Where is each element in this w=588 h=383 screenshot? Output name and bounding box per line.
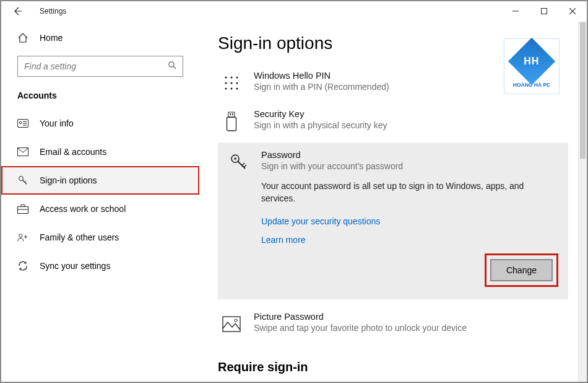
option-subtitle: Sign in with a physical security key	[254, 120, 387, 130]
svg-rect-29	[230, 113, 231, 115]
briefcase-icon	[17, 203, 28, 214]
svg-rect-28	[227, 117, 236, 131]
sidebar-section-label: Accounts	[1, 88, 199, 109]
sidebar-item-sign-in-options[interactable]: Sign-in options	[1, 166, 199, 195]
watermark-logo: HH HOÀNG HÀ PC	[504, 38, 560, 94]
svg-rect-9	[18, 148, 28, 156]
option-title: Picture Password	[254, 312, 467, 322]
svg-point-10	[19, 177, 24, 181]
svg-rect-30	[232, 113, 233, 115]
option-subtitle: Sign in with your account's password	[261, 161, 403, 171]
minimize-icon	[512, 8, 519, 14]
search-input[interactable]	[24, 61, 168, 71]
picture-icon	[220, 313, 243, 335]
close-window-button[interactable]	[558, 2, 587, 20]
svg-point-37	[235, 319, 237, 321]
people-plus-icon	[17, 232, 28, 243]
sidebar-item-access-work-school[interactable]: Access work or school	[1, 195, 199, 223]
option-password-expanded: Password Sign in with your account's pas…	[218, 143, 568, 299]
svg-point-2	[169, 62, 174, 67]
learn-more-link[interactable]: Learn more	[261, 235, 558, 245]
sidebar-item-label: Family & other users	[40, 232, 119, 242]
scrollbar[interactable]	[578, 21, 587, 382]
key-large-icon	[228, 151, 250, 174]
svg-point-22	[230, 82, 232, 84]
titlebar: Settings	[1, 1, 587, 21]
id-card-icon	[17, 118, 28, 129]
close-icon	[569, 8, 576, 14]
option-title: Windows Hello PIN	[254, 71, 389, 81]
option-title: Security Key	[254, 109, 387, 119]
logo-diamond-icon: HH	[508, 38, 555, 85]
svg-line-34	[242, 163, 244, 165]
option-security-key[interactable]: Security Key Sign in with a physical sec…	[218, 104, 568, 143]
change-button[interactable]: Change	[490, 259, 553, 281]
update-security-questions-link[interactable]: Update your security questions	[261, 216, 558, 226]
option-title: Password	[261, 150, 403, 160]
search-icon	[168, 61, 176, 72]
svg-point-20	[236, 76, 238, 78]
settings-window: Settings Home	[0, 0, 588, 383]
maximize-icon	[541, 8, 547, 14]
sidebar-item-sync-settings[interactable]: Sync your settings	[1, 252, 199, 280]
svg-point-15	[19, 234, 22, 237]
window-title: Settings	[40, 7, 66, 15]
sidebar-item-label: Email & accounts	[40, 147, 106, 157]
password-body-text: Your account password is all set up to s…	[228, 180, 558, 205]
svg-point-5	[19, 121, 22, 124]
svg-point-25	[230, 87, 232, 89]
sidebar: Home Accounts Your info	[1, 21, 199, 382]
option-subtitle: Swipe and tap your favorite photo to unl…	[254, 323, 467, 333]
sidebar-item-label: Sign-in options	[40, 175, 97, 185]
svg-point-24	[225, 87, 227, 89]
svg-line-3	[173, 66, 176, 69]
home-label: Home	[40, 33, 63, 43]
usb-key-icon	[220, 110, 243, 133]
envelope-icon	[17, 146, 28, 157]
search-box[interactable]	[17, 56, 183, 77]
svg-rect-36	[223, 317, 240, 332]
home-nav[interactable]: Home	[1, 26, 199, 50]
sidebar-item-your-info[interactable]: Your info	[1, 109, 199, 138]
minimize-button[interactable]	[501, 2, 530, 20]
svg-rect-13	[18, 207, 28, 214]
svg-point-19	[230, 76, 232, 78]
sidebar-item-label: Access work or school	[40, 204, 126, 214]
change-highlight-box: Change	[485, 253, 558, 287]
svg-line-12	[25, 181, 26, 182]
sidebar-item-email-accounts[interactable]: Email & accounts	[1, 138, 199, 166]
sidebar-item-label: Sync your settings	[40, 261, 110, 271]
logo-text: HH	[524, 56, 539, 67]
back-button[interactable]	[12, 6, 22, 16]
svg-point-18	[225, 76, 227, 78]
svg-rect-27	[228, 112, 235, 117]
sync-icon	[17, 260, 28, 271]
sidebar-item-label: Your info	[40, 118, 74, 128]
require-signin-heading: Require sign-in	[218, 360, 568, 374]
svg-point-21	[225, 82, 227, 84]
svg-point-26	[236, 87, 238, 89]
svg-point-32	[234, 157, 236, 160]
svg-line-35	[244, 165, 246, 167]
maximize-button[interactable]	[530, 2, 558, 20]
svg-rect-1	[542, 9, 547, 14]
option-picture-password[interactable]: Picture Password Swipe and tap your favo…	[218, 307, 568, 345]
sidebar-item-family-users[interactable]: Family & other users	[1, 223, 199, 252]
option-subtitle: Sign in with a PIN (Recommended)	[254, 82, 389, 92]
pin-pad-icon	[220, 72, 243, 94]
option-password[interactable]: Password Sign in with your account's pas…	[228, 150, 558, 180]
svg-point-23	[236, 82, 238, 84]
home-icon	[17, 32, 28, 43]
scrollbar-thumb[interactable]	[580, 22, 586, 159]
arrow-left-icon	[12, 6, 22, 16]
key-icon	[17, 175, 28, 186]
